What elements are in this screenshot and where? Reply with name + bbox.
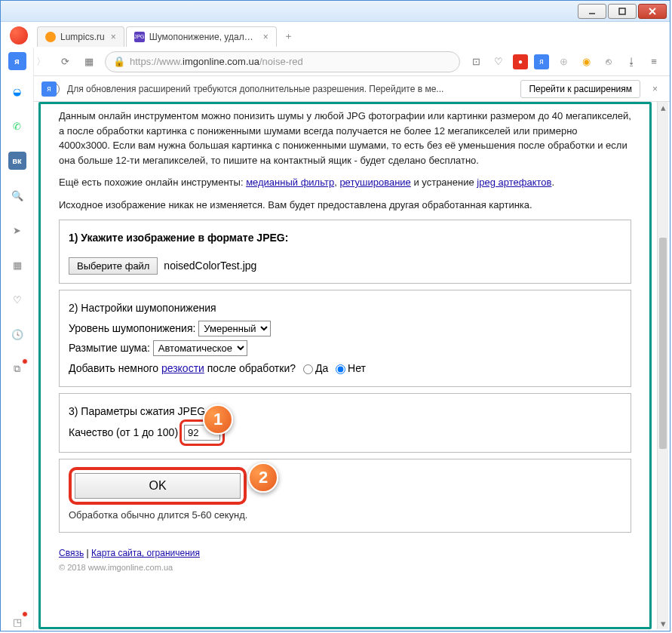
sidebar-extensions-icon[interactable]: ⧉: [8, 360, 26, 378]
step2-block: 2) Настройки шумопонижения Уровень шумоп…: [59, 290, 631, 386]
sidebar-cube-icon[interactable]: ◳: [8, 613, 26, 631]
svg-rect-1: [619, 8, 625, 14]
bookmark-icon[interactable]: ♡: [490, 54, 507, 70]
lock-icon: 🔒: [113, 56, 125, 67]
tab-lumpics[interactable]: Lumpics.ru ×: [37, 26, 124, 47]
choose-file-button[interactable]: Выберите файл: [69, 257, 158, 275]
browser-toolbar: 〈 〉 ⟳ ▦ 🔒 https://www.imgonline.com.ua/n…: [1, 48, 670, 76]
scrollbar-thumb[interactable]: [659, 238, 667, 449]
annotation-badge-1: 1: [203, 404, 233, 435]
processing-note: Обработка обычно длится 5-60 секунд.: [69, 506, 621, 525]
scroll-up-arrow[interactable]: ▴: [658, 102, 668, 113]
ok-button[interactable]: OK: [75, 473, 241, 499]
intro-text: Данным онлайн инструментом можно понизит…: [59, 104, 631, 212]
selected-file-name: noisedColorTest.jpg: [164, 260, 256, 272]
sharpness-label-pre: Добавить немного: [69, 362, 161, 374]
info-message: Для обновления расширений требуются допо…: [67, 84, 513, 94]
contact-link[interactable]: Связь: [59, 548, 84, 558]
url-text: https://www.imgonline.com.ua/noise-red: [130, 56, 303, 67]
sidebar-history-icon[interactable]: 🕓: [8, 325, 26, 343]
opera-logo-icon[interactable]: [10, 26, 28, 45]
browser-sidebar: я ◒ ✆ вк 🔍 ➤ ▦ ♡ 🕓 ⧉ ◳: [1, 48, 34, 631]
step2-title: 2) Настройки шумопонижения: [69, 302, 216, 314]
sidebar-vk-icon[interactable]: вк: [8, 152, 26, 170]
noise-blur-select[interactable]: Автоматическое: [153, 340, 247, 356]
step3-title: 3) Параметры сжатия JPEG: [69, 405, 205, 417]
extension-icon[interactable]: ◉: [578, 54, 594, 70]
sidebar-whatsapp-icon[interactable]: ✆: [8, 117, 26, 135]
favicon-icon: [45, 32, 56, 42]
tab-label: Шумопонижение, удалить: [149, 32, 257, 42]
submit-block: OK Обработка обычно длится 5-60 секунд. …: [59, 459, 631, 533]
address-bar[interactable]: 🔒 https://www.imgonline.com.ua/noise-red: [105, 51, 460, 72]
page-viewport: Данным онлайн инструментом можно понизит…: [34, 102, 656, 629]
extension-icon[interactable]: ●: [513, 54, 528, 69]
jpeg-artefacts-link[interactable]: jpeg артефактов: [477, 177, 551, 188]
sidebar-search-icon[interactable]: 🔍: [8, 186, 26, 204]
sharpness-link[interactable]: резкости: [161, 362, 204, 374]
minimize-button[interactable]: [578, 4, 606, 19]
maximize-button[interactable]: [608, 4, 637, 19]
speed-dial-button[interactable]: ▦: [81, 54, 97, 70]
step1-title: 1) Укажите изображение в формате JPEG:: [69, 232, 288, 244]
extension-icon[interactable]: ⊕: [555, 54, 572, 70]
favicon-icon: JPG: [134, 32, 145, 42]
tab-bar: Lumpics.ru × JPG Шумопонижение, удалить …: [1, 22, 670, 48]
sidebar-apps-icon[interactable]: ▦: [8, 256, 26, 274]
sharpness-no-radio[interactable]: [336, 364, 345, 374]
tab-label: Lumpics.ru: [60, 32, 105, 42]
median-filter-link[interactable]: медианный фильтр: [246, 177, 334, 188]
sidebar-messenger-icon[interactable]: ◒: [8, 82, 26, 100]
sidebar-translate-icon[interactable]: я: [8, 52, 26, 70]
sitemap-link[interactable]: Карта сайта, ограничения: [91, 548, 200, 558]
extension-translate-icon[interactable]: я: [534, 54, 549, 69]
tab-close-icon[interactable]: ×: [111, 32, 116, 42]
menu-button[interactable]: ≡: [646, 54, 662, 70]
sharpness-label-post: после обработки?: [204, 362, 296, 374]
downloads-icon[interactable]: ⭳: [623, 54, 640, 70]
reload-button[interactable]: ⟳: [57, 54, 73, 70]
translate-extension-icon: я: [41, 81, 57, 97]
tab-close-icon[interactable]: ×: [263, 32, 268, 42]
new-tab-button[interactable]: ＋: [278, 26, 299, 46]
sidebar-favorites-icon[interactable]: ♡: [8, 290, 26, 309]
step3-block: 3) Параметры сжатия JPEG Качество (от 1 …: [59, 393, 631, 453]
noise-level-label: Уровень шумопонижения:: [69, 322, 195, 334]
copyright-text: © 2018 www.imgonline.com.ua: [59, 563, 631, 572]
step1-block: 1) Укажите изображение в формате JPEG: В…: [59, 220, 631, 284]
window-titlebar: [1, 1, 670, 22]
vertical-scrollbar[interactable]: ▴ ▾: [657, 102, 668, 629]
noise-level-select[interactable]: Умеренный: [198, 321, 271, 336]
scroll-down-arrow[interactable]: ▾: [658, 618, 668, 629]
vpn-icon[interactable]: ⎋: [600, 54, 617, 70]
forward-button[interactable]: 〉: [32, 54, 49, 70]
retouch-link[interactable]: ретуширование: [339, 177, 410, 188]
noise-blur-label: Размытие шума:: [69, 342, 150, 354]
snapshot-icon[interactable]: ⊡: [468, 54, 484, 70]
annotation-badge-2: 2: [248, 462, 278, 493]
quality-label: Качество (от 1 до 100): [69, 426, 178, 438]
close-window-button[interactable]: [638, 4, 667, 19]
extension-info-bar: я i Для обновления расширений требуются …: [1, 76, 670, 102]
sidebar-send-icon[interactable]: ➤: [8, 221, 26, 239]
go-to-extensions-button[interactable]: Перейти к расширениям: [520, 80, 640, 98]
sharpness-yes-radio[interactable]: [303, 364, 313, 374]
page-footer: Связь | Карта сайта, ограничения © 2018 …: [59, 548, 631, 572]
tab-imgonline[interactable]: JPG Шумопонижение, удалить ×: [126, 26, 277, 47]
infobar-close-icon[interactable]: ×: [648, 84, 662, 94]
